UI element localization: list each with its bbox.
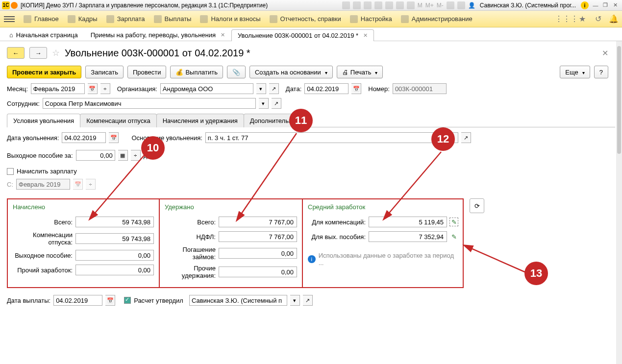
subtab-vacation[interactable]: Компенсации отпуска (80, 114, 157, 127)
star-icon[interactable]: ★ (578, 15, 587, 24)
tab-dismissal[interactable]: Увольнение 003К-000001 от 04.02.2019 *✕ (231, 29, 374, 41)
avg-info-text[interactable]: Использованы данные о заработке за перио… (319, 252, 458, 267)
refresh-button[interactable]: ⟳ (470, 198, 484, 213)
menu-hr[interactable]: Кадры (68, 15, 98, 23)
tab-home[interactable]: ⌂Начальная страница (3, 29, 84, 41)
minimize-button[interactable]: — (592, 1, 599, 9)
titlebar-m[interactable]: M (418, 2, 423, 9)
menu-taxes[interactable]: Налоги и взносы (200, 15, 260, 23)
scrollbar-thumb[interactable] (617, 46, 621, 154)
scrollbar[interactable] (616, 41, 622, 364)
spinner-icon[interactable]: ÷ (131, 150, 141, 161)
open-icon[interactable]: ↗ (303, 295, 313, 306)
org-input[interactable] (160, 83, 253, 94)
bell-icon[interactable]: 🔔 (609, 15, 618, 24)
withheld-other[interactable] (219, 267, 297, 277)
dropdown-icon[interactable]: ▾ (290, 295, 300, 306)
dropdown-icon[interactable]: ▾ (256, 83, 266, 94)
toolbar-icon[interactable] (353, 1, 361, 9)
open-icon[interactable]: ↗ (269, 83, 279, 94)
toolbar-icon[interactable] (396, 1, 404, 9)
accrued-severance[interactable] (75, 250, 154, 261)
menu-reports[interactable]: Отчетность, справки (270, 15, 341, 23)
paydate-input[interactable] (53, 295, 102, 306)
coin-icon: 💰 (175, 69, 183, 76)
date-input[interactable] (304, 83, 348, 94)
titlebar-mminus[interactable]: M- (437, 2, 444, 9)
more-button[interactable]: Еще (560, 66, 590, 78)
withheld-ndfl[interactable] (219, 231, 297, 242)
pencil-icon[interactable]: ✎ (450, 233, 458, 241)
menu-main[interactable]: Главное (24, 15, 59, 23)
calc-icon[interactable]: ▦ (118, 150, 128, 161)
menu-admin[interactable]: Администрирование (401, 15, 473, 23)
withheld-total[interactable] (219, 217, 297, 227)
subtab-conditions[interactable]: Условия увольнения (7, 114, 80, 127)
approved-checkbox[interactable] (124, 297, 131, 304)
back-button[interactable]: ← (7, 47, 25, 59)
open-icon[interactable]: ↗ (272, 98, 281, 109)
month-input[interactable] (31, 83, 85, 94)
restore-button[interactable]: ❐ (601, 1, 609, 9)
avg-sev[interactable] (369, 231, 447, 242)
calendar-icon[interactable]: 📅 (105, 295, 115, 306)
create-based-button[interactable]: Создать на основании (249, 66, 333, 78)
severance-input[interactable] (76, 150, 115, 161)
print-button[interactable]: 🖨Печать (337, 66, 383, 78)
menu-settings[interactable]: Настройка (350, 15, 392, 23)
titlebar-mplus[interactable]: M+ (425, 2, 434, 9)
calendar-icon[interactable]: 📅 (351, 83, 361, 94)
close-icon[interactable]: ✕ (221, 32, 225, 38)
toolbar-icon[interactable] (374, 1, 382, 9)
calendar-icon[interactable]: 📅 (88, 83, 98, 94)
toolbar-icon[interactable] (385, 1, 393, 9)
calc-salary-checkbox[interactable] (7, 168, 14, 175)
accrued-title: Начислено (13, 203, 154, 211)
close-icon[interactable]: ✕ (363, 32, 368, 39)
dropdown-icon[interactable]: ▾ (259, 98, 269, 109)
dismissal-date-input[interactable] (62, 132, 106, 143)
accrued-total[interactable] (75, 217, 154, 227)
tab-hires[interactable]: Приемы на работу, переводы, увольнения✕ (84, 29, 231, 41)
callout-12: 12 (431, 127, 455, 151)
history-icon[interactable]: ↺ (594, 15, 602, 24)
close-button[interactable]: ✕ (611, 1, 619, 9)
info-icon[interactable]: i (581, 1, 589, 9)
accrued-other[interactable] (75, 265, 154, 275)
accrued-vacation[interactable] (75, 233, 154, 244)
callout-10: 10 (141, 136, 165, 160)
save-button[interactable]: Записать (85, 66, 124, 78)
reason-label: Основание увольнения: (131, 134, 202, 142)
app-menu-icon[interactable] (11, 2, 18, 9)
menu-payouts[interactable]: Выплаты (154, 15, 192, 23)
avg-comp[interactable] (369, 217, 447, 227)
post-and-close-button[interactable]: Провести и закрыть (7, 66, 81, 78)
toolbar-icon[interactable] (364, 1, 372, 9)
toolbar-icon[interactable] (407, 1, 415, 9)
subtab-accruals[interactable]: Начисления и удержания (156, 114, 244, 127)
current-user[interactable]: Савинская З.Ю. (Системный прог... (480, 2, 576, 9)
pencil-icon[interactable]: ✎ (450, 218, 458, 226)
burger-icon[interactable] (4, 16, 15, 22)
pay-button[interactable]: 💰Выплатить (170, 66, 223, 78)
menu-salary[interactable]: Зарплата (106, 15, 145, 23)
favorite-star-icon[interactable]: ☆ (52, 48, 60, 58)
open-icon[interactable]: ↗ (461, 132, 471, 143)
page-close-icon[interactable]: ✕ (602, 49, 608, 58)
calendar-icon[interactable]: 📅 (109, 132, 119, 143)
withheld-loan[interactable] (219, 248, 297, 259)
forward-button[interactable]: → (29, 47, 47, 59)
apps-icon[interactable]: ⋮⋮⋮ (562, 15, 571, 24)
attach-button[interactable]: 📎 (227, 66, 246, 78)
toolbar-icon[interactable] (457, 1, 465, 9)
approver-input[interactable] (189, 295, 287, 306)
toolbar-icon[interactable] (447, 1, 454, 9)
withheld-panel: Удержано Всего: НДФЛ: Погашение займов: … (160, 198, 303, 288)
reason-input[interactable] (205, 132, 446, 143)
percent-icon (200, 15, 208, 23)
post-button[interactable]: Провести (127, 66, 167, 78)
spinner-icon[interactable]: ÷ (100, 83, 110, 94)
employee-input[interactable] (43, 98, 256, 109)
toolbar-icon[interactable] (342, 1, 350, 9)
help-button[interactable]: ? (594, 66, 608, 78)
